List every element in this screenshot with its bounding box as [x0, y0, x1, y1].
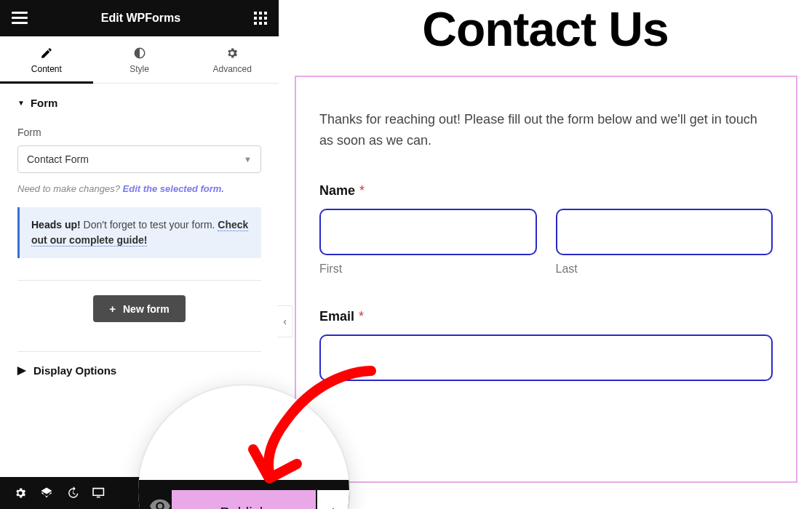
svg-rect-5: [264, 12, 267, 15]
svg-rect-4: [259, 12, 262, 15]
last-name-sublabel: Last: [556, 262, 773, 276]
form-intro-text: Thanks for reaching out! Please fill out…: [319, 109, 773, 151]
page-heading: Contact Us: [293, 1, 797, 57]
svg-rect-12: [97, 497, 100, 498]
menu-hamburger-icon[interactable]: [12, 12, 28, 25]
navigator-stack-icon[interactable]: [33, 477, 60, 509]
display-options-title: Display Options: [33, 364, 116, 377]
svg-rect-8: [264, 17, 267, 20]
svg-rect-3: [254, 12, 257, 15]
caret-down-icon: ▼: [17, 99, 25, 107]
svg-rect-2: [12, 22, 28, 24]
sidebar-header: Edit WPForms: [0, 0, 279, 36]
required-marker: *: [359, 183, 365, 199]
form-select-value: Contact Form: [27, 153, 89, 165]
first-name-input[interactable]: [319, 209, 537, 255]
svg-rect-9: [254, 22, 257, 25]
section-form-header[interactable]: ▼ Form: [17, 97, 261, 109]
email-input[interactable]: [319, 334, 773, 381]
collapse-panel-handle[interactable]: ‹: [277, 305, 293, 337]
section-form-title: Form: [31, 97, 58, 109]
tab-advanced[interactable]: Advanced: [186, 36, 279, 83]
wpforms-widget-selected[interactable]: Thanks for reaching out! Please fill out…: [295, 76, 797, 483]
svg-rect-11: [264, 22, 267, 25]
section-display-options-header[interactable]: ▶ Display Options: [17, 351, 261, 390]
heads-up-callout: Heads up! Don't forget to test your form…: [17, 207, 261, 258]
svg-rect-7: [259, 17, 262, 20]
first-name-sublabel: First: [319, 262, 537, 276]
svg-rect-6: [254, 17, 257, 20]
form-helper-text: Need to make changes? Edit the selected …: [17, 183, 261, 194]
form-select[interactable]: Contact Form ▼: [17, 145, 261, 173]
tab-style-label: Style: [130, 64, 149, 74]
publish-label: Publish: [220, 505, 268, 510]
history-icon[interactable]: [60, 477, 86, 509]
required-marker: *: [359, 309, 364, 324]
edit-selected-form-link[interactable]: Edit the selected form.: [123, 183, 224, 194]
caret-right-icon: ▶: [17, 364, 26, 377]
new-form-label: New form: [123, 303, 170, 315]
divider: [17, 280, 261, 281]
last-name-input[interactable]: [556, 209, 773, 255]
svg-rect-0: [12, 12, 28, 14]
settings-gear-icon[interactable]: [7, 477, 33, 509]
responsive-mode-icon[interactable]: [86, 477, 112, 509]
sidebar-title: Edit WPForms: [101, 12, 180, 25]
tab-advanced-label: Advanced: [212, 64, 251, 74]
new-form-button[interactable]: + New form: [93, 295, 186, 322]
tab-style[interactable]: Style: [93, 36, 186, 83]
settings-tabs: Content Style Advanced: [0, 36, 279, 84]
svg-rect-1: [12, 17, 28, 19]
form-select-label: Form: [17, 127, 261, 138]
page-preview: ‹ Contact Us Thanks for reaching out! Pl…: [279, 0, 812, 509]
preview-eye-icon[interactable]: [150, 499, 170, 509]
svg-rect-10: [259, 22, 262, 25]
tab-content-label: Content: [31, 64, 62, 74]
editor-sidebar: Edit WPForms Content Style Advanced ▼: [0, 0, 279, 509]
plus-icon: +: [109, 302, 116, 315]
publish-button[interactable]: Publish: [172, 490, 316, 509]
apps-grid-icon[interactable]: [254, 12, 267, 25]
callout-strong: Heads up!: [31, 219, 81, 231]
email-field-label: Email *: [319, 309, 773, 324]
name-field-label: Name *: [319, 183, 773, 199]
tab-content[interactable]: Content: [0, 36, 93, 83]
publish-options-toggle[interactable]: [317, 490, 349, 509]
caret-down-icon: ▼: [244, 155, 252, 164]
